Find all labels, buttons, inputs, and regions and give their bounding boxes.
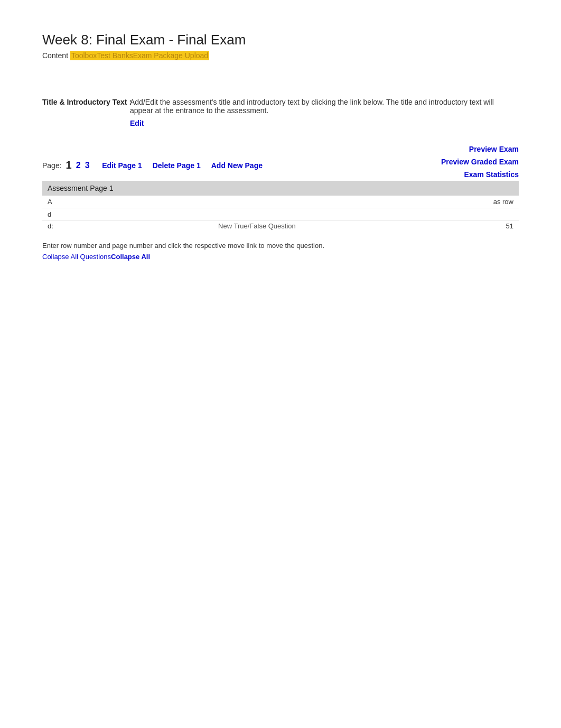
collapse-all-questions-link[interactable]: Collapse All Questions [42, 253, 111, 261]
page-3-link[interactable]: 3 [85, 161, 90, 170]
question-cell: New True/False Question [59, 221, 455, 232]
col-d: d [42, 208, 59, 221]
content-nav: Content ToolboxTest BanksExam Package Up… [42, 51, 519, 60]
col-empty [59, 196, 455, 208]
collapse-all-bold: Collapse All [111, 253, 150, 261]
col-d2: d: [42, 221, 59, 232]
page-label: Page: [42, 161, 62, 170]
toolbox-link[interactable]: Toolbox [71, 51, 97, 60]
page-2-link[interactable]: 2 [76, 161, 81, 170]
assessment-row: A as row [42, 196, 519, 208]
assessment-header-row: Assessment Page 1 [42, 181, 519, 196]
content-label: Content [42, 51, 70, 60]
delete-page-link[interactable]: Delete Page 1 [153, 161, 201, 170]
preview-exam-link[interactable]: Preview Exam [441, 143, 519, 156]
edit-page-link[interactable]: Edit Page 1 [102, 161, 142, 170]
title-intro-description: Add/Edit the assessment's title and intr… [130, 98, 519, 115]
assessment-sub-row-d: d [42, 208, 519, 221]
page-controls: Page: 1 2 3 Edit Page 1 Delete Page 1 Ad… [42, 159, 441, 171]
exam-package-upload-link[interactable]: Exam Package Upload [133, 51, 208, 60]
page-title: Week 8: Final Exam - Final Exam [42, 32, 519, 48]
assessment-sub-row-d2: d: New True/False Question 51 [42, 221, 519, 232]
preview-graded-exam-link[interactable]: Preview Graded Exam [441, 156, 519, 169]
test-banks-link[interactable]: Test Banks [97, 51, 133, 60]
col-empty3 [455, 208, 519, 221]
as-row-label: as row [455, 196, 519, 208]
title-intro-label: Title & Introductory Text : [42, 98, 127, 106]
row-number: 51 [455, 221, 519, 232]
edit-title-link[interactable]: Edit [130, 119, 519, 127]
footer-links: Collapse All QuestionsCollapse All [42, 253, 519, 261]
title-intro-section: Title & Introductory Text : Add/Edit the… [42, 98, 519, 127]
current-page-number: 1 [66, 159, 72, 171]
assessment-header-cell: Assessment Page 1 [42, 181, 519, 196]
assessment-table: Assessment Page 1 A as row d d: New True… [42, 181, 519, 231]
col-a: A [42, 196, 59, 208]
add-new-page-link[interactable]: Add New Page [211, 161, 263, 170]
right-actions: Preview Exam Preview Graded Exam Exam St… [441, 143, 519, 181]
footer-instruction: Enter row number and page number and cli… [42, 242, 519, 250]
exam-statistics-link[interactable]: Exam Statistics [441, 169, 519, 181]
col-empty2 [59, 208, 455, 221]
